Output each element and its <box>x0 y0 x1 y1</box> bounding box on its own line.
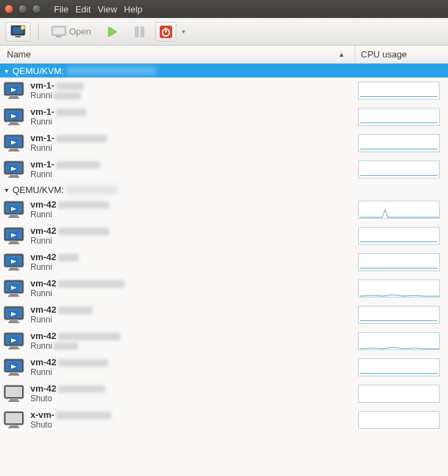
vm-name-redacted <box>56 161 100 169</box>
cpu-usage-graph <box>358 108 448 126</box>
vm-row[interactable]: x-vm- Shuto <box>0 407 448 433</box>
cpu-usage-graph <box>358 280 448 298</box>
svg-rect-13 <box>165 28 167 33</box>
vm-row[interactable]: vm-42 Runni <box>0 302 448 328</box>
vm-state-label: Runni <box>30 263 52 273</box>
vm-state-label: Runni <box>30 91 52 101</box>
open-button[interactable]: Open <box>46 22 96 42</box>
cpu-usage-graph <box>358 332 448 350</box>
vm-state-label: Runni <box>30 170 52 180</box>
expand-toggle-icon[interactable]: ▾ <box>3 67 10 75</box>
cpu-usage-graph <box>358 358 448 376</box>
svg-rect-34 <box>10 175 18 176</box>
vm-name-redacted <box>56 135 107 143</box>
svg-rect-58 <box>10 294 18 295</box>
vm-running-icon <box>3 107 25 127</box>
vm-row[interactable]: vm-42 Runni <box>0 275 448 302</box>
vm-row[interactable]: vm-42 Runni <box>0 328 448 354</box>
vm-state-label: Runni <box>30 144 52 154</box>
vm-state-label: Shuto <box>30 421 52 430</box>
cpu-usage-graph <box>358 82 448 100</box>
vm-name-label: vm-42 <box>30 200 57 210</box>
svg-marker-8 <box>109 27 117 37</box>
column-name[interactable]: Name ▲ <box>0 46 355 63</box>
connection-row[interactable]: ▾ QEMU/KVM: <box>0 64 448 77</box>
vm-state-redacted <box>53 92 81 100</box>
svg-rect-85 <box>6 413 22 423</box>
svg-rect-23 <box>8 124 19 125</box>
connection-label: QEMU/KVM: <box>12 185 64 195</box>
window-titlebar: File Edit View Help <box>0 0 448 18</box>
expand-toggle-icon[interactable]: ▾ <box>3 186 10 194</box>
svg-rect-64 <box>10 320 18 322</box>
connection-host-redacted <box>66 185 118 194</box>
menu-view[interactable]: View <box>97 4 117 15</box>
vm-name-redacted <box>58 228 109 235</box>
vm-row[interactable]: vm-42 Runni <box>0 249 448 275</box>
pause-button[interactable] <box>129 22 150 42</box>
vm-row[interactable]: vm-42 Shuto <box>0 381 448 407</box>
vm-name-redacted <box>58 306 93 314</box>
vm-name-redacted <box>58 385 105 393</box>
window-maximize-button[interactable] <box>32 4 41 14</box>
svg-rect-82 <box>10 399 18 401</box>
vm-row[interactable]: vm-42 Runni <box>0 354 448 381</box>
monitor-icon <box>51 26 66 38</box>
svg-rect-29 <box>8 150 19 152</box>
vm-shutoff-icon <box>3 384 25 403</box>
vm-running-icon <box>3 226 25 246</box>
cpu-usage-graph <box>358 227 448 245</box>
svg-rect-59 <box>8 295 19 297</box>
new-vm-button[interactable] <box>6 22 30 42</box>
monitor-new-icon <box>10 25 26 39</box>
vm-row[interactable]: vm-42 Runni <box>0 196 448 223</box>
vm-name-redacted <box>58 201 109 209</box>
vm-running-icon <box>3 134 25 153</box>
cpu-usage-graph <box>358 201 448 219</box>
menu-edit[interactable]: Edit <box>75 4 91 15</box>
svg-rect-7 <box>56 36 62 37</box>
vm-state-label: Runni <box>30 342 52 351</box>
svg-rect-53 <box>8 269 19 271</box>
vm-name-label: vm-1- <box>30 81 55 91</box>
svg-rect-86 <box>10 425 18 427</box>
svg-rect-77 <box>8 374 19 376</box>
column-name-label: Name <box>7 49 31 60</box>
vm-tree[interactable]: ▾ QEMU/KVM: vm-1- Runni <box>0 64 448 476</box>
vm-name-label: vm-1- <box>30 160 55 170</box>
svg-rect-17 <box>8 98 19 99</box>
svg-rect-40 <box>10 215 18 217</box>
svg-rect-16 <box>10 96 18 98</box>
vm-name-redacted <box>58 280 124 288</box>
menu-file[interactable]: File <box>54 4 68 15</box>
vm-row[interactable]: vm-1- Runni <box>0 104 448 130</box>
open-label: Open <box>69 26 91 37</box>
svg-rect-83 <box>8 401 19 402</box>
vm-row[interactable]: vm-42 Runni <box>0 223 448 249</box>
vm-name-label: vm-42 <box>30 226 57 237</box>
window-close-button[interactable] <box>4 4 14 14</box>
shutdown-menu-arrow[interactable]: ▾ <box>182 28 185 35</box>
vm-row[interactable]: vm-1- Runni <box>0 130 448 156</box>
svg-rect-6 <box>53 28 64 34</box>
vm-running-icon <box>3 331 25 351</box>
cpu-usage-graph <box>358 134 448 152</box>
vm-name-label: vm-1- <box>30 107 55 118</box>
vm-state-label: Runni <box>30 368 52 378</box>
play-icon <box>106 26 119 38</box>
shutdown-button[interactable] <box>156 22 176 42</box>
vm-running-icon <box>3 81 25 100</box>
column-cpu[interactable]: CPU usage <box>355 46 448 63</box>
connection-row[interactable]: ▾ QEMU/KVM: <box>0 183 448 196</box>
menu-help[interactable]: Help <box>124 4 142 15</box>
cpu-usage-graph <box>358 306 448 324</box>
vm-name-redacted <box>56 109 86 116</box>
svg-rect-9 <box>136 27 138 37</box>
vm-row[interactable]: vm-1- Runni <box>0 77 448 104</box>
connection-host-redacted <box>66 66 156 75</box>
window-minimize-button[interactable] <box>18 4 28 14</box>
menubar: File Edit View Help <box>54 4 142 15</box>
run-button[interactable] <box>102 22 124 42</box>
pause-icon <box>134 26 145 38</box>
vm-row[interactable]: vm-1- Runni <box>0 156 448 183</box>
